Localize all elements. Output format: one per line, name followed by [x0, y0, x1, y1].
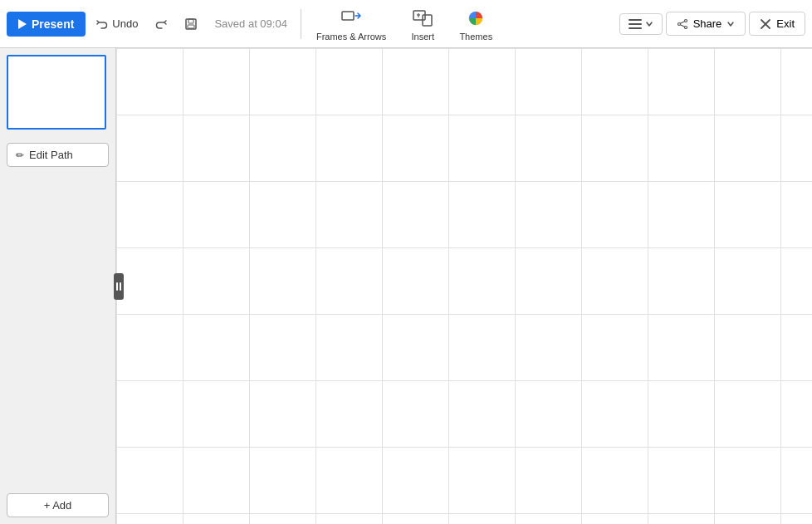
share-button[interactable]: Share	[666, 12, 746, 36]
svg-rect-3	[342, 12, 354, 20]
divider-1	[301, 9, 301, 39]
save-button[interactable]	[178, 12, 204, 36]
svg-point-11	[677, 22, 680, 25]
exit-label: Exit	[776, 17, 795, 30]
slides-list	[0, 167, 115, 524]
save-icon	[184, 17, 198, 31]
share-chevron-icon	[726, 20, 735, 28]
canvas-grid	[116, 48, 812, 524]
saved-status: Saved at 09:04	[214, 17, 286, 30]
add-slide-button[interactable]: + Add	[7, 493, 109, 517]
undo-label: Undo	[112, 17, 138, 30]
frames-arrows-icon	[340, 7, 363, 30]
undo-button[interactable]: Undo	[89, 12, 144, 36]
svg-line-12	[680, 21, 684, 23]
toolbar: Present Undo Saved at 09:04 Frames & Ar	[0, 0, 812, 48]
svg-point-9	[684, 19, 687, 22]
play-icon	[18, 19, 27, 29]
add-label: + Add	[44, 499, 72, 512]
close-icon	[760, 18, 771, 30]
present-label: Present	[32, 17, 74, 31]
insert-label: Insert	[412, 32, 435, 42]
exit-button[interactable]: Exit	[749, 12, 805, 36]
svg-rect-2	[188, 25, 194, 28]
themes-button[interactable]: Themes	[451, 3, 501, 45]
chevron-down-icon	[645, 20, 653, 28]
edit-path-button[interactable]: ✏ Edit Path	[7, 143, 109, 167]
undo-icon	[95, 17, 109, 31]
share-icon	[677, 18, 688, 30]
frames-arrows-label: Frames & Arrows	[316, 32, 386, 42]
slide-thumbnail[interactable]	[7, 55, 106, 130]
svg-rect-16	[116, 282, 118, 291]
svg-point-10	[684, 26, 687, 28]
insert-icon	[411, 7, 434, 30]
main-area: ✏ Edit Path + Add	[0, 48, 812, 524]
svg-rect-17	[120, 282, 121, 291]
themes-label: Themes	[459, 32, 492, 42]
redo-icon	[154, 17, 168, 31]
present-button[interactable]: Present	[7, 12, 86, 37]
collapse-icon	[115, 282, 122, 291]
slide-thumbnail-area	[0, 48, 115, 136]
hamburger-icon	[629, 19, 642, 29]
insert-button[interactable]: Insert	[398, 3, 448, 45]
redo-button[interactable]	[148, 12, 174, 36]
left-panel: ✏ Edit Path + Add	[0, 48, 116, 524]
collapse-panel-handle[interactable]	[114, 273, 124, 300]
frames-arrows-button[interactable]: Frames & Arrows	[308, 3, 394, 45]
canvas-area[interactable]	[116, 48, 812, 524]
svg-line-13	[680, 24, 684, 27]
themes-icon	[464, 7, 487, 30]
share-label: Share	[693, 17, 722, 30]
edit-path-label: Edit Path	[29, 149, 73, 161]
pencil-icon: ✏	[16, 149, 24, 161]
menu-button[interactable]	[619, 13, 663, 35]
